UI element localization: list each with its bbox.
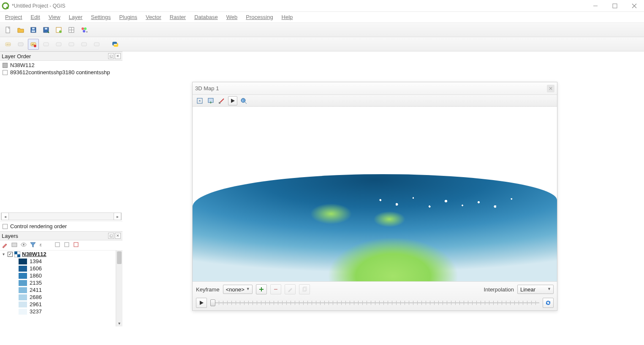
label-tool-7[interactable] xyxy=(91,39,102,50)
layers-vscroll[interactable]: ▾ xyxy=(116,251,122,326)
timeline-play-button[interactable] xyxy=(196,298,207,308)
save-image-icon[interactable] xyxy=(206,96,215,105)
svg-rect-31 xyxy=(94,43,99,46)
menu-help[interactable]: Help xyxy=(277,13,297,22)
legend-row: 2135 xyxy=(0,279,122,286)
style-icon[interactable] xyxy=(2,241,8,249)
label-tool-6[interactable] xyxy=(79,39,90,50)
3d-map-titlebar[interactable]: 3D Map 1 ✕ xyxy=(193,82,557,95)
menu-layer[interactable]: Layer xyxy=(65,13,87,22)
save-as-button[interactable] xyxy=(41,24,52,35)
remove-layer-icon[interactable] xyxy=(73,241,79,249)
python-console-button[interactable] xyxy=(110,39,121,50)
menu-project[interactable]: Project xyxy=(1,13,26,22)
remove-keyframe-button[interactable] xyxy=(270,284,281,294)
3d-map-close-button[interactable]: ✕ xyxy=(547,85,554,92)
label-tool-highlight[interactable]: ab xyxy=(28,39,39,50)
label-tool-2[interactable] xyxy=(15,39,26,50)
legend-row: 2961 xyxy=(0,301,122,308)
zoom-full-icon[interactable] xyxy=(195,96,204,105)
timeline-handle[interactable] xyxy=(210,299,215,306)
label-tool-1[interactable]: abc xyxy=(3,39,14,50)
new-print-layout-button[interactable] xyxy=(53,24,64,35)
svg-rect-11 xyxy=(45,28,47,30)
map-canvas[interactable]: 3D Map 1 ✕ i Keyframe <none> Interpolati xyxy=(122,51,644,345)
checkbox-icon[interactable] xyxy=(3,63,8,68)
menu-plugins[interactable]: Plugins xyxy=(115,13,141,22)
add-group-icon[interactable] xyxy=(11,241,18,249)
configure-icon[interactable] xyxy=(217,96,226,105)
legend-value: 1860 xyxy=(30,272,42,279)
add-keyframe-button[interactable] xyxy=(256,284,267,294)
layer-order-hscroll[interactable]: ◂▸ xyxy=(1,213,122,220)
interpolation-combo[interactable]: Linear xyxy=(517,285,554,294)
svg-rect-44 xyxy=(219,102,220,104)
label-tool-3[interactable] xyxy=(41,39,52,50)
svg-rect-30 xyxy=(82,43,87,46)
window-maximize-button[interactable] xyxy=(605,0,625,12)
3d-map-toolbar: i xyxy=(193,95,557,107)
label-tool-4[interactable] xyxy=(53,39,64,50)
menu-raster[interactable]: Raster xyxy=(166,13,190,22)
layer-row[interactable]: ▾ ✓ N38W112 xyxy=(0,251,122,258)
svg-rect-3 xyxy=(613,4,617,8)
filter-icon[interactable] xyxy=(30,241,36,249)
keyframe-combo[interactable]: <none> xyxy=(223,285,253,294)
identify-icon[interactable]: i xyxy=(239,96,248,105)
menu-processing[interactable]: Processing xyxy=(242,13,277,22)
legend-value: 3237 xyxy=(30,308,42,315)
label-tool-5[interactable] xyxy=(66,39,77,50)
window-close-button[interactable] xyxy=(625,0,644,12)
legend-row: 2686 xyxy=(0,294,122,301)
edit-keyframe-button[interactable] xyxy=(285,284,296,294)
new-project-button[interactable] xyxy=(3,24,14,35)
style-manager-button[interactable]: a xyxy=(79,24,90,35)
collapse-all-icon[interactable] xyxy=(63,241,70,249)
animation-play-icon[interactable] xyxy=(228,96,237,105)
window-minimize-button[interactable] xyxy=(586,0,605,12)
timeline-slider[interactable] xyxy=(210,298,539,307)
duplicate-keyframe-button[interactable] xyxy=(299,284,310,294)
menu-view[interactable]: View xyxy=(44,13,65,22)
save-project-button[interactable] xyxy=(28,24,39,35)
legend-swatch xyxy=(19,266,27,272)
legend-row: 1606 xyxy=(0,265,122,272)
legend-swatch xyxy=(19,309,27,315)
timeline-repeat-button[interactable] xyxy=(543,298,554,308)
panel-close-icon[interactable]: ✕ xyxy=(115,53,121,59)
menu-settings[interactable]: Settings xyxy=(87,13,115,22)
layer-order-title: Layer Order xyxy=(2,53,31,59)
layer-order-item[interactable]: N38W112 xyxy=(0,62,122,69)
qgis-logo-icon xyxy=(2,2,9,10)
layers-toolbar: ε xyxy=(0,240,122,251)
checkbox-icon[interactable] xyxy=(3,70,8,75)
svg-point-13 xyxy=(59,30,62,33)
svg-point-34 xyxy=(23,244,24,245)
expand-all-icon[interactable] xyxy=(54,241,61,249)
panel-close-icon[interactable]: ✕ xyxy=(115,233,121,239)
svg-point-17 xyxy=(82,27,84,30)
layer-order-item[interactable]: 893612continentsshp3180 continentsshp xyxy=(0,69,122,76)
control-rendering-order-checkbox[interactable] xyxy=(3,224,8,229)
menu-web[interactable]: Web xyxy=(222,13,242,22)
menu-database[interactable]: Database xyxy=(190,13,222,22)
expander-icon[interactable]: ▾ xyxy=(1,252,6,256)
3d-map-viewport[interactable] xyxy=(193,107,557,281)
layer-visibility-checkbox[interactable]: ✓ xyxy=(8,252,13,257)
svg-text:ε: ε xyxy=(40,242,42,247)
menu-edit[interactable]: Edit xyxy=(26,13,44,22)
svg-rect-52 xyxy=(304,287,307,291)
legend-value: 1606 xyxy=(30,265,42,272)
svg-marker-45 xyxy=(231,99,235,103)
panel-undock-icon[interactable]: ◱ xyxy=(108,53,114,59)
expression-icon[interactable]: ε xyxy=(39,241,46,249)
window-title: *Untitled Project - QGIS xyxy=(12,3,586,9)
legend-value: 2961 xyxy=(30,301,42,307)
legend-swatch xyxy=(19,294,27,300)
open-project-button[interactable] xyxy=(15,24,26,35)
panel-undock-icon[interactable]: ◱ xyxy=(108,233,114,239)
svg-rect-23 xyxy=(18,43,23,46)
menu-vector[interactable]: Vector xyxy=(141,13,166,22)
layout-manager-button[interactable] xyxy=(66,24,77,35)
visibility-icon[interactable] xyxy=(20,241,27,249)
